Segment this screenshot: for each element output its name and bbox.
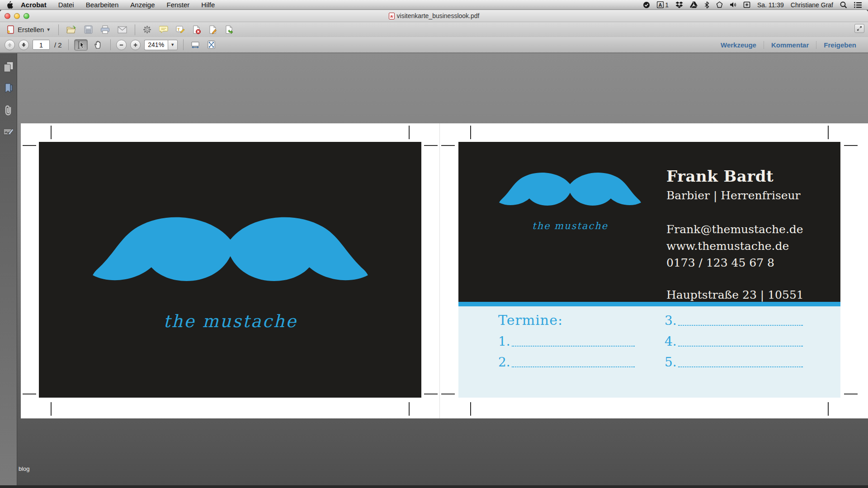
business-card-front: the mustache (39, 142, 421, 398)
fit-page-button[interactable] (205, 39, 217, 50)
document-delete-button[interactable] (191, 24, 203, 35)
volume-icon[interactable] (730, 1, 736, 8)
select-tool-button[interactable] (74, 39, 88, 51)
create-pdf-button[interactable]: Erstellen ▼ (5, 24, 52, 35)
crop-mark (409, 402, 410, 416)
crop-mark (23, 394, 36, 394)
window-title-bar[interactable]: A visitenkarte_businesslook.pdf (0, 10, 868, 22)
spotlight-icon[interactable] (840, 1, 847, 9)
menu-hilfe[interactable]: Hilfe (195, 0, 221, 10)
share-panel-link[interactable]: Freigeben (816, 41, 863, 49)
crop-mark (828, 402, 829, 416)
save-file-button[interactable] (82, 24, 94, 35)
contact-title: Barbier | Herrenfriseur (666, 189, 834, 202)
print-button[interactable] (99, 24, 112, 35)
crop-mark (23, 145, 36, 146)
accent-divider (458, 302, 840, 306)
document-export-button[interactable] (223, 24, 236, 35)
toolbar-divider (110, 39, 111, 50)
menu-clock[interactable]: Sa. 11:39 (757, 1, 784, 9)
menu-acrobat[interactable]: Acrobat (15, 0, 52, 10)
close-button[interactable] (5, 13, 10, 19)
menu-datei[interactable]: Datei (52, 0, 80, 10)
svg-text:T: T (177, 27, 180, 32)
bluetooth-icon[interactable] (704, 1, 709, 9)
zoom-out-button[interactable] (116, 40, 127, 50)
minimize-button[interactable] (14, 13, 20, 19)
zoom-level-value: 241% (144, 40, 168, 50)
document-view: the mustache the mustache Frank Bardt Ba… (0, 53, 868, 485)
signatures-icon[interactable] (3, 127, 14, 137)
crop-mark (470, 402, 471, 416)
appointment-number: 1. (498, 334, 510, 349)
apple-icon[interactable] (6, 1, 13, 9)
contact-name: Frank Bardt (666, 167, 834, 185)
task-check-icon[interactable] (643, 1, 650, 9)
screen: Acrobat Datei Bearbeiten Anzeige Fenster… (0, 0, 868, 488)
bookmarks-icon[interactable] (3, 83, 14, 94)
dropbox-icon[interactable] (675, 1, 683, 9)
airport-icon[interactable] (716, 1, 723, 8)
fit-width-button[interactable] (189, 40, 202, 50)
previous-page-button[interactable] (5, 40, 15, 50)
menu-bar: Acrobat Datei Bearbeiten Anzeige Fenster… (0, 0, 868, 10)
toolbar-divider (183, 39, 184, 50)
overlay-text: blog (19, 465, 30, 472)
svg-text:A: A (390, 14, 393, 19)
zoom-window-button[interactable] (24, 13, 29, 19)
crop-mark (470, 126, 471, 139)
chevron-down-icon: ▼ (46, 27, 51, 32)
next-page-button[interactable] (19, 40, 29, 50)
chevron-down-icon[interactable]: ▼ (168, 40, 178, 50)
zoom-in-button[interactable] (130, 40, 141, 50)
comment-panel-link[interactable]: Kommentar (764, 41, 816, 49)
main-toolbar: Erstellen ▼ T (0, 22, 868, 37)
page-thumbnails-icon[interactable] (3, 61, 14, 72)
character-viewer-icon[interactable] (743, 1, 750, 8)
appointments-label: Termine: (498, 312, 563, 328)
user-menu[interactable]: Christiane Graf (791, 1, 833, 9)
appointment-line (678, 346, 803, 347)
menu-fenster[interactable]: Fenster (161, 0, 196, 10)
crop-mark (51, 126, 52, 139)
attachments-icon[interactable] (3, 105, 14, 116)
pdf-file-icon: A (389, 13, 395, 19)
appointment-line (678, 325, 803, 326)
preferences-gear-button[interactable] (141, 24, 153, 35)
hand-tool-button[interactable] (91, 39, 105, 51)
mustache-logo-icon (498, 170, 642, 214)
menu-anzeige[interactable]: Anzeige (124, 0, 160, 10)
toolbar-expand-button[interactable] (854, 24, 864, 33)
business-card-back: the mustache Frank Bardt Barbier | Herre… (458, 142, 840, 398)
navigation-pane (0, 53, 17, 485)
navigation-toolbar: / 2 241% ▼ (0, 37, 868, 53)
page-number-input[interactable] (33, 40, 50, 50)
menu-bearbeiten[interactable]: Bearbeiten (80, 0, 125, 10)
contact-website: www.themustache.de (666, 238, 834, 254)
create-pdf-label: Erstellen (18, 26, 44, 33)
contact-phone: 0173 / 123 45 67 8 (666, 254, 834, 271)
input-source-icon[interactable]: A 1 (657, 1, 669, 9)
zoom-level-select[interactable]: 241% ▼ (144, 40, 178, 50)
crop-mark (828, 126, 829, 139)
mustache-logo-icon (91, 212, 369, 298)
appointment-number: 5. (665, 355, 677, 370)
document-sign-button[interactable] (207, 24, 219, 35)
google-drive-icon[interactable] (690, 1, 698, 8)
appointment-line (678, 366, 803, 367)
crop-mark (51, 402, 52, 416)
open-file-button[interactable] (65, 24, 78, 35)
toolbar-divider (58, 24, 59, 35)
text-annotation-button[interactable]: T (174, 24, 187, 35)
contact-email: Frank@themustache.de (666, 221, 834, 238)
crop-mark (409, 126, 410, 139)
email-button[interactable] (116, 25, 129, 34)
create-pdf-icon (6, 25, 15, 34)
tools-panel-link[interactable]: Werkzeuge (713, 41, 764, 49)
comment-bubble-button[interactable] (157, 25, 170, 35)
document-canvas[interactable]: the mustache the mustache Frank Bardt Ba… (17, 53, 868, 485)
appointments-section: Termine: 3. 1. 4. 2. 5. (458, 306, 840, 398)
notification-center-icon[interactable] (854, 2, 862, 8)
appointment-number: 3. (665, 313, 677, 328)
input-source-count: 1 (665, 1, 669, 9)
